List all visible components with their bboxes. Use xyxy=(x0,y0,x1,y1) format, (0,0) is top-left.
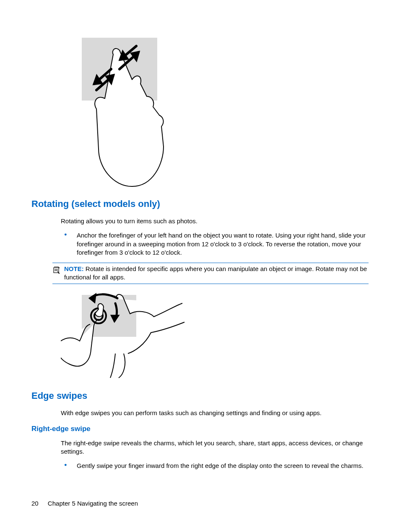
page-number: 20 xyxy=(31,500,39,507)
right-edge-swipe-intro: The right-edge swipe reveals the charms,… xyxy=(61,439,369,456)
note-label: NOTE: xyxy=(64,265,84,272)
right-edge-swipe-bullet-1: Gently swipe your finger inward from the… xyxy=(61,462,369,470)
edge-swipes-intro: With edge swipes you can perform tasks s… xyxy=(61,409,369,417)
rotating-bullets: Anchor the forefinger of your left hand … xyxy=(61,231,369,257)
right-edge-swipe-bullets: Gently swipe your finger inward from the… xyxy=(61,462,369,470)
page-footer: 20 Chapter 5 Navigating the screen xyxy=(31,500,138,507)
rotating-bullet-1: Anchor the forefinger of your left hand … xyxy=(61,231,369,257)
heading-right-edge-swipe: Right-edge swipe xyxy=(31,425,369,433)
note-icon xyxy=(52,265,62,282)
note-text: NOTE: Rotate is intended for specific ap… xyxy=(64,265,369,282)
chapter-label: Chapter 5 Navigating the screen xyxy=(48,500,138,507)
note-box-rotate: NOTE: Rotate is intended for specific ap… xyxy=(52,263,369,284)
figure-rotate xyxy=(61,291,369,380)
note-body: Rotate is intended for specific apps whe… xyxy=(64,265,367,281)
heading-edge-swipes: Edge swipes xyxy=(31,390,369,401)
rotating-intro: Rotating allows you to turn items such a… xyxy=(61,217,369,225)
heading-rotating: Rotating (select models only) xyxy=(31,199,369,209)
figure-pinch-zoom xyxy=(73,34,369,190)
